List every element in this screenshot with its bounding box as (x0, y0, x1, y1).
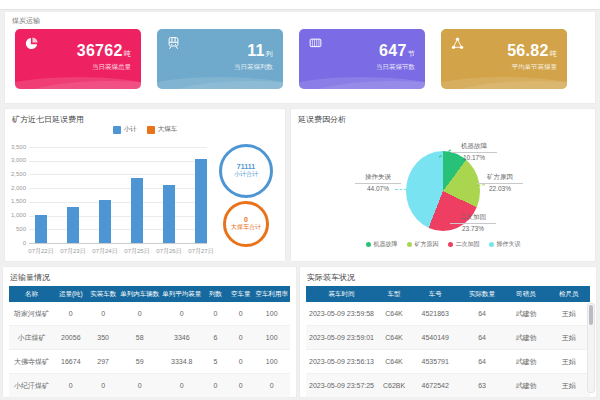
pie-connector (395, 189, 407, 190)
table-cell: 5 (203, 350, 228, 374)
total-ring: 71111小计合计 (219, 144, 273, 198)
column-header: 车号 (411, 286, 459, 302)
table-cell: 100 (253, 350, 290, 374)
bar[interactable] (163, 185, 175, 243)
legend-item[interactable]: 机器故障 (366, 240, 398, 249)
column-header: 名称 (9, 286, 54, 302)
table-scrollbar[interactable] (587, 303, 595, 393)
kpi-number: 647 (379, 42, 407, 59)
gridline (29, 161, 207, 162)
table-cell: 2023-05-09 23:59:01 (306, 326, 377, 350)
kpi-number: 11 (247, 42, 265, 59)
loading-table-title: 实际装车状况 (307, 272, 355, 283)
kpi-cards: 36762吨当日装煤总量11列当日装煤列数647节当日装煤节数56.82吨平均单… (15, 29, 567, 89)
pie-slice-name: 操作失误 (355, 173, 401, 184)
bar[interactable] (99, 200, 111, 243)
table-cell: 0 (88, 374, 119, 398)
ring-label: 大煤车合计 (231, 223, 261, 232)
table-cell: 2023-05-09 23:56:13 (306, 350, 377, 374)
pie-chart-icon (24, 36, 39, 51)
table-cell: C64K (377, 302, 411, 326)
pie-slice-label: 矿方原因22.03% (477, 173, 523, 192)
pie-slice-percent: 23.73% (450, 224, 496, 232)
gridline (29, 229, 207, 230)
table-cell: 王娟 (547, 374, 590, 398)
bar[interactable] (67, 207, 79, 243)
kpi-label: 当日装煤列数 (234, 63, 273, 72)
table-cell: 64 (459, 302, 504, 326)
kpi-section: 煤炭运输 36762吨当日装煤总量11列当日装煤列数647节当日装煤节数56.8… (4, 11, 596, 104)
table-cell: C64K (377, 350, 411, 374)
table-cell: 0 (228, 302, 253, 326)
bar[interactable] (35, 215, 47, 243)
kpi-value: 647节 (379, 42, 415, 60)
table-cell: 武建勃 (505, 326, 548, 350)
table-cell: 64 (459, 326, 504, 350)
kpi-label: 平均单节装煤量 (512, 63, 558, 72)
table-cell: 0 (54, 374, 88, 398)
table-cell: 王娟 (547, 302, 590, 326)
table-cell: 4535791 (411, 350, 459, 374)
legend-dot (448, 242, 453, 247)
legend-dot (489, 242, 494, 247)
table-cell: 100 (253, 326, 290, 350)
table-cell: 王娟 (547, 350, 590, 374)
table-cell: 3346 (161, 326, 203, 350)
bar[interactable] (195, 159, 207, 243)
y-axis-tick: 1,500 (5, 198, 26, 204)
bar[interactable] (131, 178, 143, 243)
loading-table-panel: 实际装车状况 装车时间车型车号实际数量司磅员检尺员2023-05-09 23:5… (299, 266, 597, 398)
table-cell: 武建勃 (505, 302, 548, 326)
legend-item[interactable]: 矿方原因 (407, 240, 439, 249)
total-ring: 0大煤车合计 (223, 201, 269, 247)
kpi-card: 11列当日装煤列数 (157, 29, 283, 89)
loading-table: 装车时间车型车号实际数量司磅员检尺员2023-05-09 23:59:58C64… (306, 286, 590, 398)
pie-slice-label: 机器故障10.17% (451, 142, 497, 161)
delay-cause-title: 延误费因分析 (298, 114, 346, 125)
y-axis-tick: 500 (5, 226, 26, 232)
kpi-value: 56.82吨 (507, 42, 557, 60)
table-cell: 4540149 (411, 326, 459, 350)
table-cell: 小纪汗煤矿 (9, 374, 54, 398)
table-cell: 16674 (54, 350, 88, 374)
table-row: 2023-05-09 23:59:58C64K452186364武建勃王娟 (306, 302, 590, 326)
x-axis-tick: 07月23日 (56, 247, 90, 256)
kpi-label: 当日装煤节数 (376, 63, 415, 72)
table-cell: 350 (88, 326, 119, 350)
kpi-label: 当日装煤总量 (92, 63, 131, 72)
y-axis-tick: 0 (5, 240, 26, 246)
y-axis-tick: 2,000 (5, 185, 26, 191)
legend-item[interactable]: 二次加固 (448, 240, 480, 249)
table-cell: C62BK (377, 374, 411, 398)
kpi-unit: 节 (408, 50, 415, 57)
column-header: 司磅员 (505, 286, 548, 302)
kpi-value: 11列 (247, 42, 273, 60)
table-row: 胡家河煤矿000000100 (9, 302, 290, 326)
table-cell: 4521863 (411, 302, 459, 326)
table-cell: 59 (119, 350, 161, 374)
legend-label: 操作失误 (497, 240, 521, 249)
table-cell: 6 (203, 326, 228, 350)
table-header-row: 装车时间车型车号实际数量司磅员检尺员 (306, 286, 590, 302)
transport-table-panel: 运输量情况 名称运量(吨)实装车数单列内车辆数单列平均装量列数空车量空车利用率胡… (2, 266, 297, 398)
column-header: 列数 (203, 286, 228, 302)
transport-table: 名称运量(吨)实装车数单列内车辆数单列平均装量列数空车量空车利用率胡家河煤矿00… (9, 286, 290, 398)
bar-chart: 05001,0001,5002,0002,5003,0003,50007月22日… (5, 109, 285, 261)
column-header: 单列内车辆数 (119, 286, 161, 302)
gridline (29, 216, 207, 217)
table-cell: 20056 (54, 326, 88, 350)
table-cell: 胡家河煤矿 (9, 302, 54, 326)
table-row: 大佛寺煤矿16674297593334.850100 (9, 350, 290, 374)
gridline (29, 188, 207, 189)
x-axis-line (29, 243, 207, 244)
x-axis-tick: 07月27日 (184, 247, 218, 256)
legend-item[interactable]: 操作失误 (489, 240, 521, 249)
table-cell: 0 (228, 350, 253, 374)
train-icon (166, 36, 181, 51)
scrollbar-thumb[interactable] (589, 305, 593, 325)
table-cell: 0 (161, 302, 203, 326)
column-header: 实际数量 (459, 286, 504, 302)
legend-label: 机器故障 (374, 240, 398, 249)
pie-slice-name: 机器故障 (451, 142, 497, 153)
kpi-unit: 列 (266, 50, 273, 57)
